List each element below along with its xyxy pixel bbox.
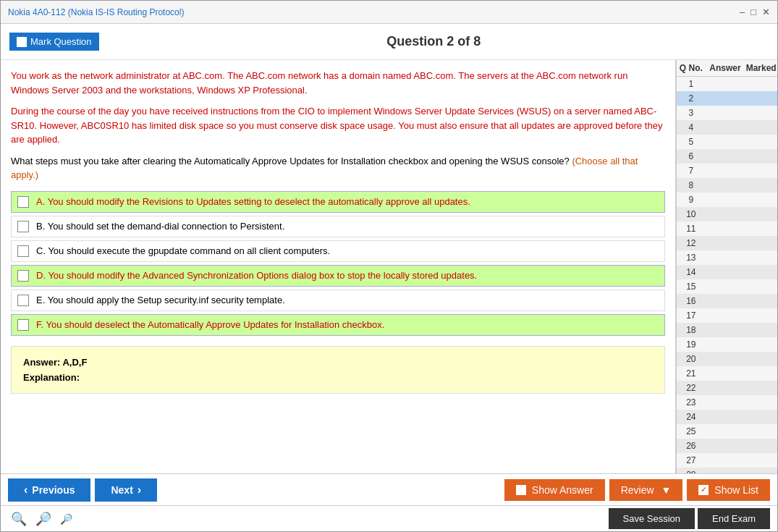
end-exam-label: End Exam	[712, 513, 756, 524]
show-answer-button[interactable]: Show Answer	[504, 479, 605, 501]
mark-question-button[interactable]: Mark Question	[9, 33, 99, 51]
option-checkbox-e[interactable]	[17, 295, 29, 306]
sidebar-row-num-9: 9	[677, 195, 706, 205]
previous-arrow-icon: ‹	[24, 484, 28, 497]
sidebar-marked-header: Marked	[745, 63, 777, 73]
sidebar-row-28[interactable]: 28	[677, 468, 777, 473]
sidebar: Q No. Answer Marked 12345678910111213141…	[676, 60, 777, 473]
show-answer-label: Show Answer	[532, 484, 593, 496]
sidebar-row-18[interactable]: 18	[677, 323, 777, 337]
minimize-button[interactable]: –	[740, 7, 745, 17]
mark-question-label: Mark Question	[30, 36, 92, 47]
window-title: Nokia 4A0-112 (Nokia IS-IS Routing Proto…	[8, 7, 184, 17]
sidebar-row-14[interactable]: 14	[677, 265, 777, 279]
sidebar-row-num-4: 4	[677, 122, 706, 132]
option-row-e[interactable]: E. You should apply the Setup security.i…	[11, 290, 665, 311]
option-text-e: E. You should apply the Setup security.i…	[36, 295, 285, 305]
option-text-c: C. You should execute the gpupdate comma…	[36, 245, 330, 256]
sidebar-row-num-6: 6	[677, 151, 706, 161]
explanation-label: Explanation:	[23, 372, 653, 383]
show-list-button[interactable]: ✓ Show List	[687, 479, 770, 501]
next-label: Next	[111, 484, 132, 496]
review-label: Review	[621, 484, 654, 496]
sidebar-row-26[interactable]: 26	[677, 439, 777, 453]
review-dropdown-icon: ▼	[661, 484, 671, 496]
option-row-f[interactable]: F. You should deselect the Automatically…	[11, 314, 665, 336]
option-checkbox-d[interactable]	[17, 270, 29, 282]
sidebar-row-num-11: 11	[677, 224, 706, 234]
end-exam-button[interactable]: End Exam	[698, 508, 770, 529]
sidebar-row-num-23: 23	[677, 397, 706, 408]
option-text-d: D. You should modify the Advanced Synchr…	[36, 270, 477, 281]
sidebar-row-num-2: 2	[677, 93, 706, 104]
sidebar-row-20[interactable]: 20	[677, 352, 777, 366]
maximize-button[interactable]: □	[750, 7, 756, 17]
sidebar-row-13[interactable]: 13	[677, 250, 777, 265]
sidebar-row-10[interactable]: 10	[677, 207, 777, 221]
next-arrow-icon: ›	[138, 484, 141, 497]
toolbar: Mark Question Question 2 of 8	[1, 24, 777, 60]
sidebar-row-6[interactable]: 6	[677, 149, 777, 164]
save-session-button[interactable]: Save Session	[609, 508, 695, 529]
option-text-f: F. You should deselect the Automatically…	[36, 319, 384, 330]
sidebar-row-num-20: 20	[677, 354, 706, 364]
sidebar-row-num-13: 13	[677, 253, 706, 263]
previous-button[interactable]: ‹ Previous	[8, 478, 90, 502]
sidebar-row-num-1: 1	[677, 79, 706, 89]
sidebar-row-3[interactable]: 3	[677, 106, 777, 120]
option-row-b[interactable]: B. You should set the demand-dial connec…	[11, 216, 665, 237]
sidebar-row-num-10: 10	[677, 209, 706, 219]
sidebar-row-27[interactable]: 27	[677, 453, 777, 468]
sidebar-row-num-19: 19	[677, 339, 706, 350]
sidebar-qno-header: Q No.	[677, 63, 706, 73]
sidebar-header: Q No. Answer Marked	[677, 60, 777, 77]
sidebar-row-8[interactable]: 8	[677, 178, 777, 193]
footer-bar: 🔍 🔎 🔎 Save Session End Exam	[1, 505, 777, 531]
sidebar-row-num-22: 22	[677, 383, 706, 393]
answer-box: Answer: A,D,F Explanation:	[11, 346, 665, 394]
option-checkbox-f[interactable]	[17, 319, 29, 331]
sidebar-row-5[interactable]: 5	[677, 135, 777, 149]
show-list-label: Show List	[714, 484, 758, 496]
sidebar-row-19[interactable]: 19	[677, 337, 777, 352]
question-text: What steps must you take after clearing …	[11, 156, 570, 166]
sidebar-row-11[interactable]: 11	[677, 221, 777, 236]
sidebar-answer-header: Answer	[706, 63, 745, 73]
sidebar-row-23[interactable]: 23	[677, 395, 777, 410]
sidebar-row-16[interactable]: 16	[677, 294, 777, 308]
option-checkbox-b[interactable]	[17, 221, 29, 232]
context1: You work as the network administrator at…	[11, 70, 627, 96]
sidebar-row-17[interactable]: 17	[677, 308, 777, 323]
question-body: What steps must you take after clearing …	[11, 154, 665, 182]
sidebar-row-24[interactable]: 24	[677, 410, 777, 424]
sidebar-row-25[interactable]: 25	[677, 424, 777, 439]
sidebar-row-num-7: 7	[677, 166, 706, 176]
sidebar-row-7[interactable]: 7	[677, 164, 777, 178]
bottom-bar: ‹ Previous Next › Show Answer Review ▼ ✓…	[1, 473, 777, 505]
sidebar-list[interactable]: 1234567891011121314151617181920212223242…	[677, 77, 777, 473]
review-button[interactable]: Review ▼	[609, 479, 683, 501]
sidebar-row-2[interactable]: 2	[677, 91, 777, 106]
sidebar-row-15[interactable]: 15	[677, 279, 777, 294]
sidebar-row-4[interactable]: 4	[677, 120, 777, 135]
sidebar-row-num-12: 12	[677, 238, 706, 248]
option-row-c[interactable]: C. You should execute the gpupdate comma…	[11, 240, 665, 262]
sidebar-row-22[interactable]: 22	[677, 381, 777, 395]
sidebar-row-9[interactable]: 9	[677, 193, 777, 207]
option-checkbox-c[interactable]	[17, 245, 29, 257]
option-row-d[interactable]: D. You should modify the Advanced Synchr…	[11, 265, 665, 287]
main-window: Nokia 4A0-112 (Nokia IS-IS Routing Proto…	[0, 0, 778, 532]
sidebar-row-num-16: 16	[677, 296, 706, 306]
sidebar-row-num-25: 25	[677, 426, 706, 436]
zoom-normal-button[interactable]: 🔎	[33, 510, 54, 528]
zoom-in-button[interactable]: 🔍	[8, 510, 30, 528]
zoom-out-button[interactable]: 🔎	[57, 510, 75, 528]
mark-icon	[17, 37, 27, 47]
close-button[interactable]: ✕	[762, 7, 770, 17]
sidebar-row-1[interactable]: 1	[677, 77, 777, 91]
option-row-a[interactable]: A. You should modify the Revisions to Up…	[11, 191, 665, 213]
next-button[interactable]: Next ›	[95, 478, 157, 502]
sidebar-row-21[interactable]: 21	[677, 366, 777, 381]
sidebar-row-12[interactable]: 12	[677, 236, 777, 250]
option-checkbox-a[interactable]	[17, 196, 29, 208]
